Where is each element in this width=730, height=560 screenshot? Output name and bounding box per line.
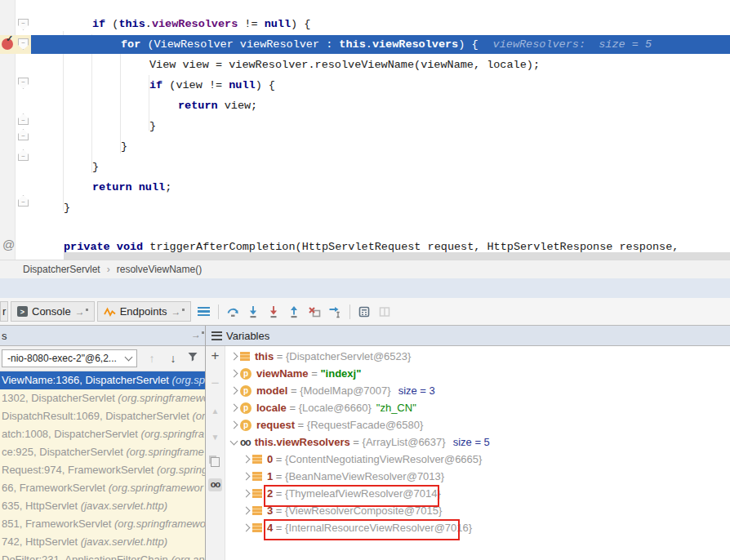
- drop-frame-button[interactable]: [305, 302, 325, 322]
- annotation-red-box: [264, 485, 439, 507]
- variable-row[interactable]: prequest = {RequestFacade@6580}: [228, 416, 423, 433]
- toolbar-separator: [349, 304, 350, 319]
- code-line: View view = viewResolver.resolveViewName…: [149, 57, 540, 73]
- frame-row[interactable]: 851, FrameworkServlet (org.springframewo: [0, 515, 205, 533]
- editor-horizontal-scrollbar[interactable]: [64, 252, 730, 260]
- parameter-icon: p: [240, 368, 251, 380]
- debug-window-spacer: [0, 278, 730, 298]
- fold-marker[interactable]: −: [18, 195, 29, 207]
- chevron-right-icon[interactable]: [228, 371, 240, 376]
- variable-row[interactable]: oothis.viewResolvers = {ArrayList@6637}s…: [228, 433, 490, 451]
- thread-dropdown-value: -nio-8080-exec-2"@6,2...: [7, 353, 117, 364]
- step-out-icon: [287, 305, 300, 318]
- chevron-right-icon[interactable]: [228, 388, 240, 393]
- run-to-cursor-button[interactable]: [325, 302, 345, 322]
- layout-settings-button[interactable]: [375, 302, 395, 322]
- frame-row[interactable]: DoFilter:231, ApplicationFilterChain (or…: [0, 551, 205, 560]
- panel-headers: s → Variables: [0, 326, 730, 346]
- step-over-button[interactable]: [223, 302, 243, 322]
- chevron-right-icon[interactable]: [240, 508, 252, 513]
- breadcrumb-item-class[interactable]: DispatcherServlet: [23, 264, 100, 275]
- frame-row[interactable]: 742, HttpServlet (javax.servlet.http): [0, 533, 205, 551]
- fold-marker[interactable]: −: [18, 113, 29, 125]
- move-watch-down-button[interactable]: ▼: [206, 433, 225, 442]
- frame-row[interactable]: 1302, DispatcherServlet (org.springframe…: [0, 389, 205, 407]
- force-step-into-icon: [267, 305, 280, 318]
- panel-divider[interactable]: [205, 326, 206, 560]
- tab-debugger-cutoff[interactable]: r: [0, 301, 8, 322]
- move-watch-up-button[interactable]: ▲: [206, 407, 225, 416]
- duplicate-watch-icon[interactable]: [211, 457, 220, 467]
- pin-icon[interactable]: →: [171, 308, 185, 316]
- variables-menu-icon[interactable]: [211, 331, 222, 340]
- frame-row[interactable]: ce:925, DispatcherServlet (org.springfra…: [0, 443, 205, 461]
- tab-console[interactable]: > Console →: [11, 301, 95, 322]
- breakpoint-check-icon: ✓: [6, 33, 13, 44]
- frame-row[interactable]: atch:1008, DispatcherServlet (org.spring…: [0, 425, 205, 443]
- chevron-right-icon[interactable]: [240, 525, 252, 531]
- field-icon: [252, 506, 262, 515]
- pin-icon[interactable]: →: [75, 308, 88, 316]
- annotation-gutter-icon: @: [2, 238, 15, 251]
- step-into-button[interactable]: [243, 302, 264, 322]
- chevron-right-icon[interactable]: [228, 405, 240, 411]
- variable-row[interactable]: plocale = {Locale@6660}"zh_CN": [228, 399, 416, 416]
- frame-row[interactable]: Request:974, FrameworkServlet (org.sprin…: [0, 461, 205, 479]
- endpoints-icon: [104, 307, 116, 317]
- code-line: }: [121, 139, 127, 155]
- indent-guide: [91, 34, 92, 173]
- parameter-icon: p: [240, 420, 251, 431]
- code-line: if (this.viewResolvers != null) {: [92, 16, 310, 33]
- chevron-right-icon[interactable]: [240, 491, 252, 496]
- frame-row[interactable]: DispatchResult:1069, DispatcherServlet (…: [0, 407, 205, 425]
- fold-marker[interactable]: −: [18, 129, 29, 140]
- fold-marker[interactable]: −: [18, 19, 29, 30]
- frame-row[interactable]: ViewName:1366, DispatcherServlet (org.sp…: [0, 371, 205, 389]
- breadcrumb-item-method[interactable]: resolveViewName(): [117, 264, 202, 275]
- force-step-into-button[interactable]: [264, 302, 284, 322]
- variable-row[interactable]: this = {DispatcherServlet@6523}: [228, 348, 411, 365]
- tab-console-label: Console: [32, 305, 71, 318]
- next-frame-button[interactable]: ↓: [165, 350, 181, 367]
- pin-icon[interactable]: →: [191, 331, 204, 339]
- field-icon: [252, 472, 262, 481]
- variable-row[interactable]: 1 = {BeanNameViewResolver@7013}: [228, 468, 444, 485]
- tab-endpoints[interactable]: Endpoints →: [97, 301, 191, 322]
- frames-panel: -nio-8080-exec-2"@6,2... ↑ ↓ ViewName:13…: [0, 346, 205, 560]
- code-line: return null;: [92, 180, 171, 196]
- add-watch-button[interactable]: +: [206, 348, 225, 364]
- code-editor: ✓ @ −−−−−−− if (this.viewResolvers != nu…: [0, 0, 730, 260]
- watch-icon: oo: [240, 437, 251, 448]
- breadcrumb: DispatcherServlet › resolveViewName(): [0, 260, 730, 278]
- fold-marker[interactable]: −: [18, 149, 29, 161]
- chevron-right-icon[interactable]: [228, 353, 240, 359]
- layout-settings-icon: [378, 305, 391, 318]
- variable-row[interactable]: 0 = {ContentNegotiatingViewResolver@6665…: [228, 451, 482, 468]
- previous-frame-button[interactable]: ↑: [144, 350, 160, 367]
- chevron-right-icon[interactable]: [240, 473, 252, 479]
- code-line: if (view != null) {: [149, 78, 275, 94]
- remove-watch-button[interactable]: −: [206, 376, 225, 392]
- frames-toolbar: -nio-8080-exec-2"@6,2... ↑ ↓: [0, 346, 205, 371]
- field-icon: [252, 489, 262, 498]
- chevron-down-icon[interactable]: [228, 441, 240, 444]
- step-out-button[interactable]: [284, 302, 305, 322]
- thread-dropdown[interactable]: -nio-8080-exec-2"@6,2...: [2, 349, 137, 367]
- show-watches-toggle[interactable]: oo: [208, 478, 222, 491]
- evaluate-expression-button[interactable]: [354, 302, 375, 322]
- variable-row[interactable]: pmodel = {ModelMap@7007}size = 3: [228, 382, 435, 399]
- breadcrumb-separator: ›: [107, 264, 110, 275]
- fold-marker[interactable]: −: [18, 78, 29, 89]
- chevron-right-icon[interactable]: [240, 456, 252, 462]
- evaluate-expression-icon: [358, 305, 371, 318]
- frame-row[interactable]: 635, HttpServlet (javax.servlet.http): [0, 497, 205, 515]
- field-icon: [252, 523, 262, 532]
- step-over-icon: [226, 305, 239, 318]
- variable-row[interactable]: pviewName = "indexj": [228, 365, 361, 382]
- code-line: return view;: [178, 98, 257, 114]
- frame-row[interactable]: 66, FrameworkServlet (org.springframewor: [0, 479, 205, 497]
- filter-icon[interactable]: [185, 350, 201, 367]
- hamburger-menu-icon[interactable]: [194, 302, 214, 322]
- field-icon: [240, 352, 250, 361]
- chevron-right-icon[interactable]: [228, 422, 240, 428]
